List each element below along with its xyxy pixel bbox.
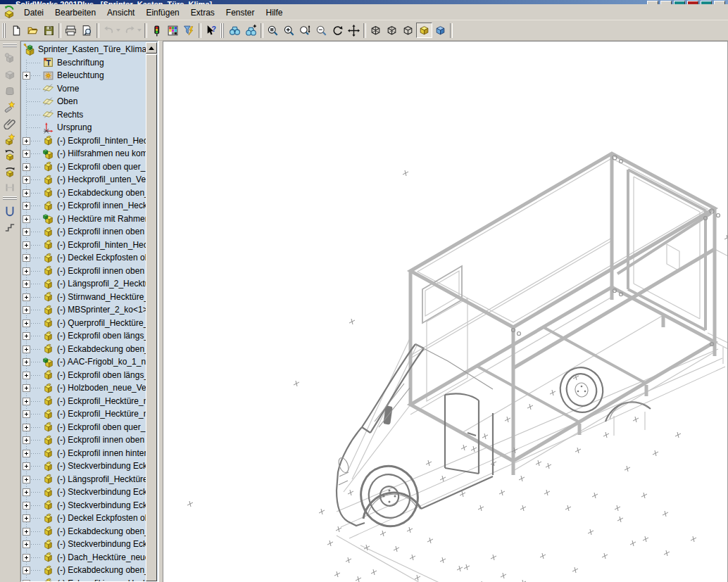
tree-item[interactable]: (-) Längsprofil_2_Hecktüre_r: [21, 277, 146, 291]
tree-item[interactable]: (-) Steckverbindung Ecke unt: [21, 460, 146, 473]
help-pointer-button[interactable]: ?: [203, 23, 219, 38]
toolbar-grip[interactable]: [220, 23, 225, 38]
expand-plus-icon[interactable]: [23, 410, 30, 418]
expand-plus-icon[interactable]: [23, 384, 30, 392]
expand-plus-icon[interactable]: [23, 488, 30, 496]
move-component-button[interactable]: [1, 147, 18, 163]
zoom-area-button[interactable]: [297, 23, 313, 38]
expand-plus-icon[interactable]: [23, 346, 30, 353]
pan-view-button[interactable]: [346, 23, 362, 38]
part-tool-button[interactable]: [1, 82, 18, 99]
tree-item[interactable]: (-) MBSprinter_2_ko<1>: [21, 303, 146, 317]
mate-tool-button[interactable]: [1, 179, 18, 196]
expand-plus-icon[interactable]: [23, 502, 30, 510]
expand-plus-icon[interactable]: [23, 332, 30, 340]
tree-item[interactable]: (-) Hilfsrahmen neu kompl_He: [21, 147, 146, 160]
expand-plus-icon[interactable]: [23, 540, 30, 548]
tree-item[interactable]: (-) Eckprofil_Hecktüre_neue_: [21, 395, 146, 408]
tree-item[interactable]: (-) Eckprofil_hinten_Hecktüre: [21, 134, 146, 148]
tree-item[interactable]: (-) Eckprofil_hinten_Hecktüre: [21, 239, 146, 252]
expand-plus-icon[interactable]: [23, 462, 30, 470]
wireframe-button[interactable]: [368, 23, 384, 38]
menu-ansicht[interactable]: Ansicht: [101, 6, 140, 20]
tree-item[interactable]: (-) Eckprofil innen oben längs: [21, 265, 146, 278]
tree-item[interactable]: (-) Steckverbindung Ecke unt: [21, 486, 146, 499]
rotate-component-button[interactable]: [1, 163, 18, 179]
profile-tool-button[interactable]: [1, 203, 18, 219]
expand-plus-icon[interactable]: [23, 241, 30, 249]
new-component-button[interactable]: [1, 131, 18, 147]
dropdown-arrow-icon[interactable]: [137, 29, 142, 32]
expand-plus-icon[interactable]: [23, 372, 30, 379]
print-preview-button[interactable]: [79, 23, 95, 38]
toolbar-grip[interactable]: [3, 196, 17, 201]
expand-plus-icon[interactable]: [23, 215, 30, 223]
expand-plus-icon[interactable]: [23, 163, 30, 171]
redo-button[interactable]: [122, 23, 143, 38]
tree-item[interactable]: Rechts: [21, 108, 146, 122]
expand-plus-icon[interactable]: [23, 306, 30, 314]
tree-item[interactable]: (-) Eckprofil innen oben längs: [21, 434, 146, 447]
attach-clip-button[interactable]: [1, 115, 18, 131]
expand-plus-icon[interactable]: [23, 267, 30, 275]
expand-plus-icon[interactable]: [23, 358, 30, 366]
tree-item[interactable]: (-) Eckprofil oben quer_Heck: [21, 160, 146, 174]
expand-plus-icon[interactable]: [23, 567, 30, 574]
tree-item[interactable]: (-) Eckabdeckung oben_Heck: [21, 525, 146, 538]
tree-item[interactable]: (-) Holzboden_neue_Version: [21, 381, 146, 395]
tree-scrollbar[interactable]: [146, 42, 157, 581]
expand-plus-icon[interactable]: [23, 137, 30, 145]
expand-plus-icon[interactable]: [23, 176, 30, 184]
zoom-fit-button[interactable]: [265, 23, 281, 38]
menu-fenster[interactable]: Fenster: [220, 6, 261, 20]
tree-item[interactable]: (-) Deckel Eckpfosten oben_: [21, 512, 146, 525]
expand-plus-icon[interactable]: [23, 254, 30, 262]
new-document-button[interactable]: [8, 23, 25, 38]
tree-item[interactable]: (-) Eckabdeckung oben_Heck: [21, 186, 146, 200]
tree-item[interactable]: (-) Eckprofil oben quer_Heck: [21, 421, 146, 434]
tree-item[interactable]: Ursprung: [21, 121, 146, 134]
expand-plus-icon[interactable]: [23, 293, 30, 301]
menu-einfgen[interactable]: Einfügen: [140, 6, 184, 20]
tree-item[interactable]: (-) Eckabdeckung oben_Heck: [21, 343, 146, 356]
menu-bearbeiten[interactable]: Bearbeiten: [49, 6, 101, 20]
tree-item[interactable]: (-) Heckprofil_unten_Version: [21, 173, 146, 186]
undo-button[interactable]: [101, 23, 122, 38]
tree-root-item[interactable]: Sprinter_Kasten_Türe_Klima: [21, 43, 146, 56]
expand-plus-icon[interactable]: [23, 424, 30, 431]
menu-hilfe[interactable]: Hilfe: [261, 6, 289, 20]
tree-item[interactable]: Beleuchtung: [21, 69, 146, 82]
smart-fastener-button[interactable]: [1, 99, 18, 115]
tree-item[interactable]: (-) AAC-Frigobl_ko_1_neue_: [21, 355, 146, 369]
tree-item[interactable]: (-) Längsprofil_Hecktüre_neu: [21, 473, 146, 486]
binoculars-button[interactable]: [227, 23, 243, 38]
expand-plus-icon[interactable]: [23, 189, 30, 197]
hidden-lines-visible-button[interactable]: [384, 23, 400, 38]
expand-plus-icon[interactable]: [23, 320, 30, 327]
section-view-button[interactable]: [432, 23, 448, 38]
toolbar-grip[interactable]: [3, 44, 17, 49]
zoom-out-button[interactable]: [313, 23, 330, 38]
toolbar-grip[interactable]: [2, 23, 7, 38]
binoculars-add-button[interactable]: [243, 23, 259, 38]
traffic-light-button[interactable]: [149, 23, 165, 38]
rotate-view-button[interactable]: [330, 23, 346, 38]
expand-plus-icon[interactable]: [23, 528, 30, 536]
expand-plus-icon[interactable]: [23, 228, 30, 236]
expand-plus-icon[interactable]: [23, 280, 30, 288]
selection-filter-button[interactable]: [181, 23, 197, 38]
expand-plus-icon[interactable]: [23, 72, 30, 80]
graphics-viewport[interactable]: [163, 41, 728, 582]
tree-item[interactable]: Vorne: [21, 82, 146, 96]
print-button[interactable]: [63, 23, 79, 38]
expand-plus-icon[interactable]: [23, 202, 30, 210]
tree-item[interactable]: (-) Eckprofil oben längs_2_H: [21, 329, 146, 343]
tree-item[interactable]: (-) Eckprofil innen oben quer: [21, 225, 146, 239]
tree-item[interactable]: (-) Eckprofil_Hecktüre_neue_: [21, 407, 146, 421]
tree-item[interactable]: (-) Querprofil_Hecktüre_neu: [21, 317, 146, 330]
expand-plus-icon[interactable]: [23, 436, 30, 444]
expand-plus-icon[interactable]: [23, 554, 30, 562]
shaded-button[interactable]: [416, 23, 432, 38]
assembly-tool-button[interactable]: [1, 50, 18, 66]
tree-item[interactable]: (-) Dach_Hecktüre_neue_Ve: [21, 551, 146, 564]
